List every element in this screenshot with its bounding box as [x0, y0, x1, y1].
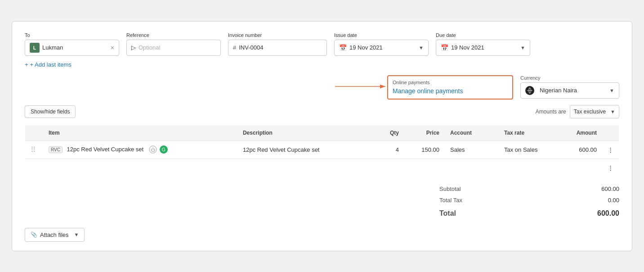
power-icon: ⏻ [149, 145, 157, 154]
col-qty: Qty [368, 125, 404, 141]
calendar-icon: 📅 [441, 44, 448, 51]
currency-icon [525, 86, 534, 95]
price-cell[interactable]: 150.00 [404, 141, 445, 159]
issue-date-input[interactable]: 📅 19 Nov 2021 ▼ [334, 40, 429, 56]
amounts-select[interactable]: Tax exclusive ▼ [570, 105, 619, 118]
reference-input[interactable]: ▷ Optional [126, 40, 221, 56]
add-last-items-button[interactable]: + + Add last items [25, 61, 72, 68]
amounts-are-group: Amounts are Tax exclusive ▼ [536, 105, 619, 118]
due-date-input[interactable]: 📅 19 Nov 2021 ▼ [436, 40, 530, 56]
manage-online-payments-link[interactable]: Manage online payments [393, 87, 463, 95]
drag-handle-icon[interactable]: ⠿ [31, 146, 36, 154]
col-account: Account [445, 125, 499, 141]
attach-files-button[interactable]: 📎 Attach files ▼ [25, 228, 85, 242]
currency-label: Currency [520, 75, 619, 81]
amount-cell[interactable]: 600.00 [557, 141, 602, 159]
to-field-group: To L Lukman × [25, 32, 119, 56]
subtotal-value: 600.00 [601, 186, 619, 192]
hash-icon: # [233, 44, 236, 51]
col-description: Description [237, 125, 368, 141]
invoice-number-field-group: Invoice number # INV-0004 [228, 32, 327, 56]
show-hide-fields-button[interactable]: Show/hide fields [25, 105, 76, 118]
col-tax-rate: Tax rate [499, 125, 557, 141]
currency-box: Currency Nigerian Naira ▼ [520, 75, 619, 99]
total-tax-value: 0.00 [608, 197, 619, 204]
account-value: Sales [450, 146, 465, 153]
issue-date-field-group: Issue date 📅 19 Nov 2021 ▼ [334, 32, 429, 56]
paperclip-icon: 📎 [31, 231, 37, 238]
invoice-number-value: INV-0004 [239, 44, 263, 51]
online-payments-box: Online payments Manage online payments [387, 75, 513, 100]
empty-drag [25, 159, 44, 177]
chevron-down-icon: ▼ [74, 232, 79, 237]
empty-item[interactable] [43, 159, 237, 177]
empty-description[interactable] [237, 159, 368, 177]
invoice-number-label: Invoice number [228, 32, 327, 38]
currency-value: Nigerian Naira [540, 87, 577, 94]
payments-currency-row: Online payments Manage online payments C… [25, 75, 619, 100]
empty-table-row: ⋮ [25, 159, 619, 177]
col-actions [602, 125, 619, 141]
subtotal-label: Subtotal [439, 186, 461, 192]
due-date-field-group: Due date 📅 19 Nov 2021 ▼ [436, 32, 530, 56]
price-value: 150.00 [421, 146, 439, 153]
qty-cell[interactable]: 4 [368, 141, 404, 159]
grand-total-row: Total 600.00 [439, 207, 619, 219]
plus-icon: + [25, 61, 28, 68]
total-tax-row: Total Tax 0.00 [439, 195, 619, 205]
col-price: Price [404, 125, 445, 141]
amounts-value: Tax exclusive [574, 109, 606, 115]
empty-row-actions[interactable]: ⋮ [602, 159, 619, 177]
empty-price[interactable] [404, 159, 445, 177]
empty-tax-rate[interactable] [499, 159, 557, 177]
to-name-text: Lukman [42, 44, 109, 51]
green-circle-icon: G [160, 145, 168, 154]
arrow-svg [335, 80, 389, 93]
show-hide-label: Show/hide fields [31, 109, 70, 115]
total-label: Total [439, 209, 456, 218]
empty-qty[interactable] [368, 159, 404, 177]
toolbar-row: Show/hide fields Amounts are Tax exclusi… [25, 105, 619, 118]
globe-icon [527, 87, 533, 94]
currency-select[interactable]: Nigerian Naira ▼ [520, 82, 619, 99]
due-date-label: Due date [436, 32, 530, 38]
chevron-down-icon: ▼ [520, 45, 525, 50]
to-label: To [25, 32, 119, 38]
add-items-row: + + Add last items [25, 61, 619, 68]
item-cell[interactable]: RVC 12pc Red Velvet Cupcake set ⏻ G [43, 141, 237, 159]
reference-placeholder: Optional [139, 44, 160, 51]
account-cell[interactable]: Sales [445, 141, 499, 159]
item-name: 12pc Red Velvet Cupcake set [67, 146, 144, 153]
table-row: ⠿ RVC 12pc Red Velvet Cupcake set ⏻ G 12… [25, 141, 619, 159]
qty-value: 4 [396, 146, 399, 153]
total-value: 600.00 [597, 209, 619, 218]
row-actions-cell[interactable]: ⋮ [602, 141, 619, 159]
bookmark-icon: ▷ [131, 44, 136, 51]
item-badge: RVC [49, 146, 63, 153]
drag-cell[interactable]: ⠿ [25, 141, 44, 159]
totals-section: Subtotal 600.00 Total Tax 0.00 Total 600… [25, 184, 619, 219]
chevron-down-icon: ▼ [609, 88, 614, 93]
amount-value: 600.00 [579, 146, 597, 153]
col-amount: Amount [557, 125, 602, 141]
table-header-row: Item Description Qty Price Account Tax r… [25, 125, 619, 141]
tax-rate-value: Tax on Sales [504, 146, 537, 153]
col-item: Item [43, 125, 237, 141]
add-items-label: + Add last items [30, 61, 72, 68]
close-icon[interactable]: × [111, 44, 114, 51]
total-tax-label: Total Tax [439, 197, 462, 204]
empty-amount[interactable] [557, 159, 602, 177]
subtotal-row: Subtotal 600.00 [439, 184, 619, 194]
online-payments-label: Online payments [393, 80, 508, 85]
description-cell[interactable]: 12pc Red Velvet Cupcake set [237, 141, 368, 159]
arrow-indicator [335, 80, 389, 95]
avatar: L [30, 43, 40, 53]
calendar-icon: 📅 [339, 44, 347, 51]
to-input[interactable]: L Lukman × [25, 40, 119, 56]
chevron-down-icon: ▼ [419, 45, 424, 50]
footer-row: 📎 Attach files ▼ [25, 228, 619, 242]
invoice-number-input[interactable]: # INV-0004 [228, 40, 327, 56]
invoice-form: To L Lukman × Reference ▷ Optional Invoi… [12, 21, 632, 251]
tax-rate-cell[interactable]: Tax on Sales [499, 141, 557, 159]
empty-account[interactable] [445, 159, 499, 177]
